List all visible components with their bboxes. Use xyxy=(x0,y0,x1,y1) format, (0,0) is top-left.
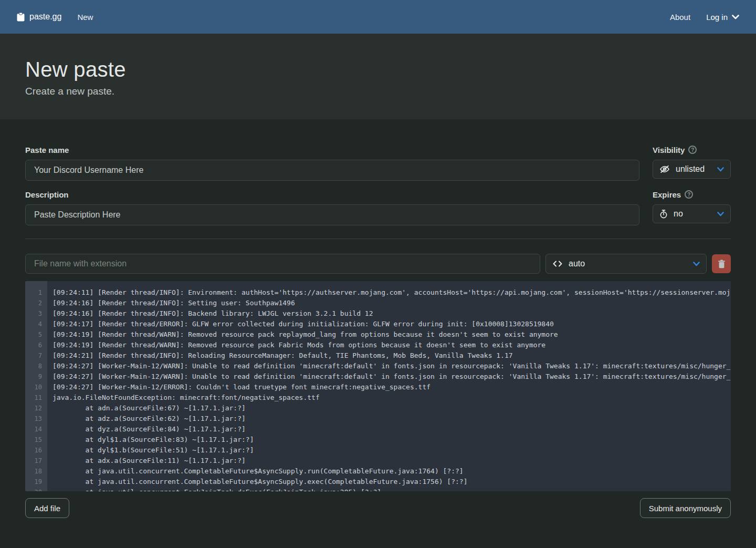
nav-item-new[interactable]: New xyxy=(77,13,93,22)
visibility-help-icon[interactable]: ? xyxy=(688,146,697,154)
code-line: [09:24:27] [Worker-Main-12/WARN]: Unable… xyxy=(52,361,731,371)
line-number: 2 xyxy=(25,298,42,308)
line-number: 12 xyxy=(25,403,42,413)
line-number: 10 xyxy=(25,382,42,392)
navbar: paste.gg New About Log in xyxy=(0,0,756,34)
line-number: 1 xyxy=(25,287,42,298)
line-number: 3 xyxy=(25,308,42,319)
code-line: at dyl$1.a(SourceFile:83) ~[1.17.1.jar:?… xyxy=(52,435,731,445)
code-line: [09:24:21] [Render thread/INFO]: Reloadi… xyxy=(52,350,731,361)
delete-file-button[interactable] xyxy=(712,254,731,273)
paste-name-label: Paste name xyxy=(25,144,639,155)
code-line: [09:24:27] [Worker-Main-12/WARN]: Unable… xyxy=(52,371,731,382)
line-number: 18 xyxy=(25,466,42,477)
chevron-down-icon xyxy=(693,262,700,266)
chevron-down-icon xyxy=(717,212,724,216)
code-line: at adz.a(SourceFile:62) ~[1.17.1.jar:?] xyxy=(52,413,731,424)
editor-gutter: 1234567891011121314151617181920 xyxy=(25,281,47,491)
paste-name-input[interactable] xyxy=(25,160,639,181)
brand-label: paste.gg xyxy=(29,12,61,22)
file-name-input[interactable] xyxy=(25,254,540,274)
code-line: [09:24:19] [Render thread/WARN]: Removed… xyxy=(52,329,731,340)
line-number: 13 xyxy=(25,413,42,424)
line-number: 20 xyxy=(25,487,42,491)
code-line: at dyl$1.b(SourceFile:51) ~[1.17.1.jar:?… xyxy=(52,445,731,456)
stopwatch-icon xyxy=(659,210,668,219)
page-title: New paste xyxy=(25,58,731,81)
main-content: Paste name Visibility ? unlisted xyxy=(0,119,756,548)
visibility-select[interactable]: unlisted xyxy=(653,160,731,179)
nav-item-login[interactable]: Log in xyxy=(706,13,739,22)
page-subtitle: Create a new paste. xyxy=(25,86,731,97)
code-line: at java.util.concurrent.CompletableFutur… xyxy=(52,466,731,477)
line-number: 11 xyxy=(25,392,42,403)
page-header: New paste Create a new paste. xyxy=(0,34,756,119)
code-line: at adx.a(SourceFile:11) ~[1.17.1.jar:?] xyxy=(52,456,731,466)
login-label: Log in xyxy=(706,13,728,22)
visibility-label: Visibility ? xyxy=(653,144,731,155)
line-number: 9 xyxy=(25,371,42,382)
code-line: [09:24:17] [Render thread/ERROR]: GLFW e… xyxy=(52,319,731,329)
line-number: 14 xyxy=(25,424,42,435)
language-select[interactable]: auto xyxy=(545,254,707,274)
clipboard-icon xyxy=(17,13,25,22)
code-brackets-icon xyxy=(552,261,563,267)
line-number: 15 xyxy=(25,435,42,445)
description-input[interactable] xyxy=(25,204,639,225)
expires-help-icon[interactable]: ? xyxy=(685,190,693,199)
code-line: at adn.a(SourceFile:67) ~[1.17.1.jar:?] xyxy=(52,403,731,413)
code-editor[interactable]: 1234567891011121314151617181920 [09:24:1… xyxy=(25,281,731,491)
line-number: 16 xyxy=(25,445,42,456)
line-number: 7 xyxy=(25,350,42,361)
line-number: 6 xyxy=(25,340,42,350)
expires-label: Expires ? xyxy=(653,189,731,200)
code-line: [09:24:27] [Worker-Main-12/ERROR]: Could… xyxy=(52,382,731,392)
nav-item-about[interactable]: About xyxy=(670,13,690,22)
code-line: at java.util.concurrent.ForkJoinTask.doE… xyxy=(52,487,731,491)
line-number: 19 xyxy=(25,477,42,487)
line-number: 8 xyxy=(25,361,42,371)
line-number: 17 xyxy=(25,456,42,466)
line-number: 5 xyxy=(25,329,42,340)
code-line: [09:24:16] [Render thread/INFO]: Backend… xyxy=(52,308,731,319)
language-value: auto xyxy=(569,259,687,268)
add-file-button[interactable]: Add file xyxy=(25,498,69,518)
editor-code[interactable]: [09:24:11] [Render thread/INFO]: Environ… xyxy=(47,281,731,491)
code-line: [09:24:11] [Render thread/INFO]: Environ… xyxy=(52,287,731,298)
brand-link[interactable]: paste.gg xyxy=(17,12,61,22)
submit-anonymously-button[interactable]: Submit anonymously xyxy=(640,498,731,518)
line-number: 4 xyxy=(25,319,42,329)
code-line: [09:24:19] [Render thread/WARN]: Removed… xyxy=(52,340,731,350)
eye-slash-icon xyxy=(659,165,670,173)
visibility-value: unlisted xyxy=(676,164,711,174)
code-line: at dyz.a(SourceFile:84) ~[1.17.1.jar:?] xyxy=(52,424,731,435)
trash-icon xyxy=(718,260,726,268)
chevron-down-icon xyxy=(732,15,739,19)
chevron-down-icon xyxy=(717,167,724,172)
code-line: java.io.FileNotFoundException: minecraft… xyxy=(52,392,731,403)
code-line: at java.util.concurrent.CompletableFutur… xyxy=(52,477,731,487)
expires-value: no xyxy=(674,209,711,219)
code-line: [09:24:16] [Render thread/INFO]: Setting… xyxy=(52,298,731,308)
section-divider xyxy=(25,239,731,239)
description-label: Description xyxy=(25,189,639,200)
expires-select[interactable]: no xyxy=(653,204,731,223)
